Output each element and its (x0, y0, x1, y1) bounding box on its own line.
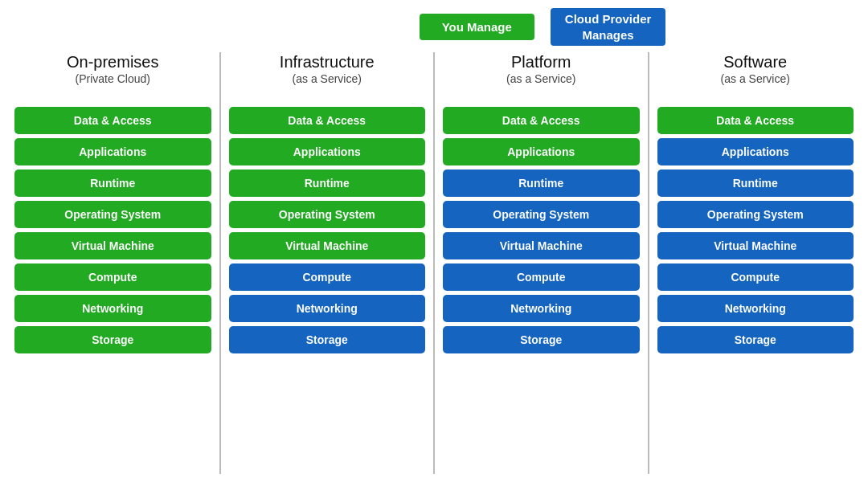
stack-item-saas-3: Operating System (657, 201, 854, 228)
column-title-on-premises: On-premises (67, 52, 158, 71)
stack-item-on-premises-6: Networking (14, 295, 211, 322)
stack-item-on-premises-0: Data & Access (14, 107, 211, 134)
stack-item-iaas-3: Operating System (229, 201, 426, 228)
stack-item-iaas-1: Applications (229, 138, 426, 165)
stack-item-paas-2: Runtime (443, 170, 640, 197)
stack-item-iaas-7: Storage (229, 326, 426, 353)
column-saas: Software (as a Service) Data & AccessApp… (651, 52, 861, 474)
stack-item-saas-6: Networking (657, 295, 854, 322)
column-paas: Platform (as a Service) Data & AccessApp… (436, 52, 646, 474)
divider-1 (219, 52, 221, 474)
stack-paas: Data & AccessApplicationsRuntimeOperatin… (436, 107, 646, 353)
stack-item-saas-2: Runtime (657, 170, 854, 197)
stack-item-on-premises-3: Operating System (14, 201, 211, 228)
stack-item-saas-5: Compute (657, 263, 854, 291)
stack-item-on-premises-2: Runtime (14, 170, 211, 197)
stack-item-saas-0: Data & Access (657, 107, 854, 134)
divider-2 (433, 52, 435, 474)
column-subtitle-on-premises: (Private Cloud) (76, 71, 150, 86)
column-on-premises: On-premises (Private Cloud) Data & Acces… (8, 52, 218, 474)
stack-item-iaas-2: Runtime (229, 170, 426, 197)
divider-3 (648, 52, 649, 474)
stack-item-paas-4: Virtual Machine (443, 232, 640, 259)
columns-area: On-premises (Private Cloud) Data & Acces… (8, 52, 860, 474)
column-subtitle-paas: (as a Service) (506, 71, 575, 86)
cloud-manages-badge: Cloud Provider Manages (551, 8, 666, 46)
stack-on-premises: Data & AccessApplicationsRuntimeOperatin… (8, 107, 218, 353)
column-header-paas: Platform (as a Service) (506, 52, 575, 100)
stack-item-iaas-5: Compute (229, 263, 426, 291)
column-subtitle-saas: (as a Service) (721, 71, 790, 86)
column-title-iaas: Infrastructure (280, 52, 375, 71)
stack-item-paas-5: Compute (443, 263, 640, 291)
stack-item-paas-1: Applications (443, 138, 640, 165)
stack-item-iaas-0: Data & Access (229, 107, 426, 134)
stack-item-iaas-6: Networking (229, 295, 426, 322)
legend-row: You Manage Cloud Provider Manages (8, 8, 860, 46)
column-header-on-premises: On-premises (Private Cloud) (67, 52, 158, 100)
stack-item-saas-4: Virtual Machine (657, 232, 854, 259)
stack-item-on-premises-5: Compute (14, 263, 211, 291)
stack-item-saas-7: Storage (657, 326, 854, 353)
you-manage-badge: You Manage (420, 14, 534, 40)
column-title-saas: Software (723, 52, 787, 71)
stack-iaas: Data & AccessApplicationsRuntimeOperatin… (223, 107, 432, 353)
column-header-saas: Software (as a Service) (721, 52, 790, 100)
stack-item-on-premises-4: Virtual Machine (14, 232, 211, 259)
column-iaas: Infrastructure (as a Service) Data & Acc… (223, 52, 432, 474)
stack-item-on-premises-7: Storage (14, 326, 211, 353)
stack-item-on-premises-1: Applications (14, 138, 211, 165)
stack-item-saas-1: Applications (657, 138, 854, 165)
stack-item-paas-3: Operating System (443, 201, 640, 228)
stack-item-paas-7: Storage (443, 326, 640, 353)
column-title-paas: Platform (511, 52, 571, 71)
column-header-iaas: Infrastructure (as a Service) (280, 52, 375, 100)
stack-item-paas-6: Networking (443, 295, 640, 322)
column-subtitle-iaas: (as a Service) (293, 71, 362, 86)
main-container: You Manage Cloud Provider Manages On-pre… (0, 0, 868, 482)
stack-item-paas-0: Data & Access (443, 107, 640, 134)
stack-saas: Data & AccessApplicationsRuntimeOperatin… (651, 107, 861, 353)
stack-item-iaas-4: Virtual Machine (229, 232, 426, 259)
